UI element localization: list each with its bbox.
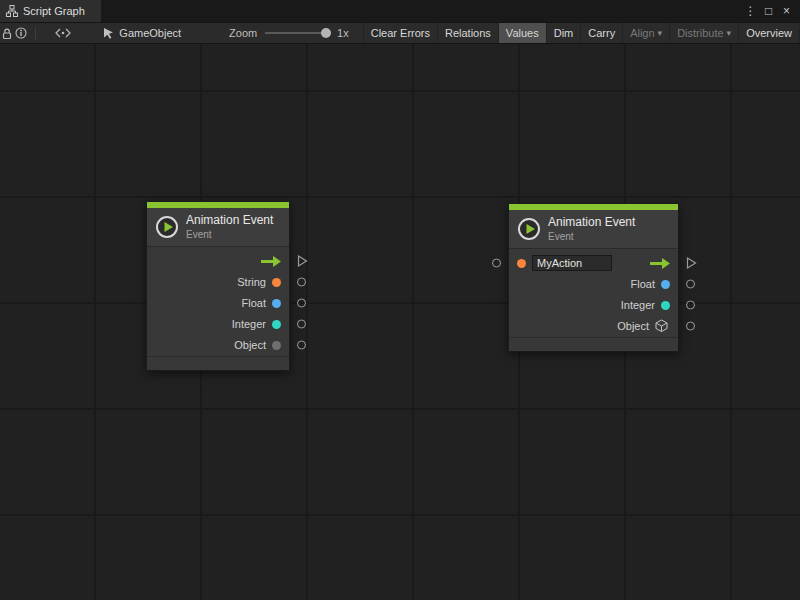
integer-output-port[interactable] [686,301,695,310]
animation-event-node-2[interactable]: Animation Event Event [508,203,679,352]
output-row-integer: Integer [509,295,678,316]
object-output-port[interactable] [686,322,695,331]
animation-event-node-1[interactable]: Animation Event Event [146,201,290,371]
output-row-float: Float [509,274,678,295]
script-graph-icon [6,5,18,17]
output-row-object: Object [509,316,678,337]
info-icon[interactable] [14,23,28,43]
output-row-float: Float [147,293,289,314]
event-play-icon [155,215,179,239]
clear-errors-button[interactable]: Clear Errors [363,23,437,43]
node-body: Float Integer Object [509,249,678,337]
node-title: Animation Event [186,214,273,228]
carry-button[interactable]: Carry [580,23,622,43]
chevron-down-icon: ▾ [658,28,663,38]
align-button[interactable]: Align ▾ [622,23,669,43]
toolbar-buttons: Clear Errors Relations Values Dim Carry … [363,23,800,43]
zoom-label: Zoom [229,27,257,39]
output-row-string: String [147,272,289,293]
action-name-field[interactable] [532,255,612,271]
gameobject-selector[interactable]: GameObject [103,27,181,39]
flow-output-port[interactable] [297,255,308,268]
close-icon[interactable]: × [779,4,794,18]
values-button[interactable]: Values [498,23,546,43]
flow-arrow-icon [261,256,281,267]
string-port-dot[interactable] [517,259,526,268]
string-input-port[interactable] [492,259,501,268]
window-menu-icon[interactable]: ⋮ [743,4,758,18]
tab-label: Script Graph [23,5,85,17]
chevron-down-icon: ▾ [727,28,732,38]
integer-output-port[interactable] [297,320,306,329]
output-row-object: Object [147,335,289,356]
graph-canvas[interactable]: Animation Event Event [0,44,800,600]
node-subtitle: Event [548,231,635,242]
code-icon[interactable] [55,23,71,43]
zoom-slider-handle[interactable] [321,28,331,38]
flow-arrow-icon [650,258,670,269]
dim-button[interactable]: Dim [546,23,581,43]
distribute-button[interactable]: Distribute ▾ [669,23,738,43]
toolbar-separator [35,27,36,40]
lock-icon[interactable] [0,23,14,43]
object-output-port[interactable] [297,341,306,350]
float-port-dot[interactable] [661,280,670,289]
string-output-port[interactable] [297,278,306,287]
action-input-row [509,253,678,274]
output-row-integer: Integer [147,314,289,335]
object-port-dot[interactable] [272,341,281,350]
flow-output-row [147,251,289,272]
zoom-slider[interactable] [265,27,331,39]
graph-toolbar: GameObject Zoom 1x Clear Errors Relation… [0,22,800,44]
integer-port-dot[interactable] [272,320,281,329]
node-header[interactable]: Animation Event Event [509,210,678,249]
maximize-icon[interactable]: □ [761,4,776,18]
float-output-port[interactable] [297,299,306,308]
node-footer [509,337,678,351]
tab-script-graph[interactable]: Script Graph [0,0,101,22]
event-play-icon [517,217,541,241]
overview-button[interactable]: Overview [738,23,800,43]
node-header[interactable]: Animation Event Event [147,208,289,247]
integer-port-dot[interactable] [661,301,670,310]
float-port-dot[interactable] [272,299,281,308]
script-graph-window: Script Graph ⋮ □ × [0,0,800,600]
zoom-value: 1x [337,27,349,39]
node-footer [147,356,289,370]
object-cube-icon[interactable] [655,319,668,333]
gameobject-icon [103,27,115,39]
flow-output-port[interactable] [686,257,697,270]
relations-button[interactable]: Relations [437,23,498,43]
node-body: String Float Integer Object [147,247,289,356]
string-port-dot[interactable] [272,278,281,287]
window-controls: ⋮ □ × [743,4,800,18]
window-titlebar: Script Graph ⋮ □ × [0,0,800,22]
float-output-port[interactable] [686,280,695,289]
node-subtitle: Event [186,229,273,240]
node-title: Animation Event [548,216,635,230]
gameobject-label: GameObject [119,27,181,39]
